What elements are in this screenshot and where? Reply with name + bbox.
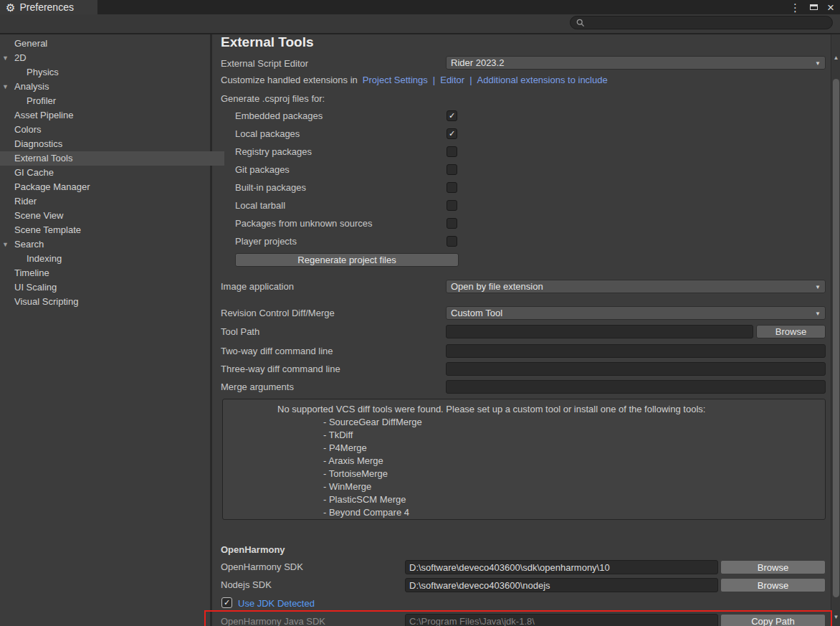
csproj-checkbox-git-packages[interactable] bbox=[447, 164, 457, 175]
regenerate-project-files-button[interactable]: Regenerate project files bbox=[235, 253, 459, 267]
revision-control-value: Custom Tool bbox=[451, 308, 502, 318]
sidebar-item-timeline[interactable]: Timeline bbox=[0, 266, 224, 280]
sidebar-item-profiler[interactable]: Profiler bbox=[0, 94, 237, 108]
vertical-scrollbar[interactable]: ▲ ▼ bbox=[831, 34, 840, 626]
copy-path-button[interactable]: Copy Path bbox=[720, 614, 826, 626]
csproj-item-label-packages-from-unknown-sources: Packages from unknown sources bbox=[235, 217, 372, 229]
vcs-help-message: No supported VCS diff tools were found. … bbox=[223, 403, 825, 416]
merge-arguments-input[interactable] bbox=[446, 380, 826, 394]
nodejs-sdk-input[interactable] bbox=[405, 578, 718, 592]
extensions-row: Customize handled extensions in Project … bbox=[221, 74, 608, 86]
sidebar-item-gi-cache[interactable]: GI Cache bbox=[0, 166, 224, 180]
csproj-checkbox-built-in-packages[interactable] bbox=[447, 182, 457, 193]
tool-path-browse-button[interactable]: Browse bbox=[756, 325, 826, 338]
kebab-menu-icon[interactable]: ⋮ bbox=[790, 2, 801, 13]
csproj-checkbox-registry-packages[interactable] bbox=[447, 146, 457, 157]
openharmony-sdk-browse-button[interactable]: Browse bbox=[720, 560, 826, 574]
vcs-tool-item: - WinMerge bbox=[223, 480, 825, 493]
csproj-item-label-local-tarball: Local tarball bbox=[235, 199, 285, 212]
image-application-value: Open by file extension bbox=[451, 281, 543, 292]
tool-path-label: Tool Path bbox=[221, 326, 259, 338]
three-way-diff-input[interactable] bbox=[446, 362, 826, 376]
vcs-help-box: No supported VCS diff tools were found. … bbox=[222, 399, 826, 520]
search-box[interactable] bbox=[570, 16, 833, 29]
preferences-tab[interactable]: ⚙ Preferences bbox=[0, 0, 97, 14]
gear-icon: ⚙ bbox=[6, 2, 15, 13]
sidebar-item-colors[interactable]: Colors bbox=[0, 123, 224, 137]
sidebar-item-package-manager[interactable]: Package Manager bbox=[0, 180, 224, 194]
chevron-down-icon: ▼ bbox=[815, 60, 821, 66]
sidebar-item-scene-view[interactable]: Scene View bbox=[0, 209, 224, 223]
sidebar-item-external-tools[interactable]: External Tools bbox=[0, 151, 224, 166]
two-way-diff-label: Two-way diff command line bbox=[221, 345, 333, 357]
link-separator: | bbox=[433, 75, 435, 85]
sidebar-item-indexing[interactable]: Indexing bbox=[0, 252, 237, 266]
vcs-tool-item: - TkDiff bbox=[223, 429, 825, 442]
sidebar-item-visual-scripting[interactable]: Visual Scripting bbox=[0, 295, 224, 309]
scroll-up-icon[interactable]: ▲ bbox=[831, 54, 840, 61]
extensions-label: Customize handled extensions in bbox=[221, 75, 358, 85]
csproj-item-label-local-packages: Local packages bbox=[235, 128, 300, 140]
revision-control-label: Revision Control Diff/Merge bbox=[221, 307, 335, 319]
nodejs-sdk-browse-button[interactable]: Browse bbox=[720, 578, 826, 592]
csproj-checkbox-embedded-packages[interactable]: ✓ bbox=[447, 110, 457, 121]
page-title: External Tools bbox=[221, 34, 314, 50]
link-editor[interactable]: Editor bbox=[440, 75, 464, 85]
csproj-checkbox-player-projects[interactable] bbox=[447, 236, 457, 247]
csproj-item-label-git-packages: Git packages bbox=[235, 163, 290, 176]
link-project-settings[interactable]: Project Settings bbox=[363, 75, 428, 85]
link-additional-extensions[interactable]: Additional extensions to include bbox=[477, 75, 608, 85]
vcs-tool-item: - Araxis Merge bbox=[223, 455, 825, 468]
sidebar-item-ui-scaling[interactable]: UI Scaling bbox=[0, 280, 224, 295]
merge-arguments-label: Merge arguments bbox=[221, 381, 294, 393]
revision-control-dropdown[interactable]: Custom Tool ▼ bbox=[446, 306, 826, 320]
use-jdk-detected-checkbox[interactable]: ✓ bbox=[221, 597, 232, 608]
chevron-down-icon: ▼ bbox=[815, 283, 821, 290]
preferences-window: ⚙ Preferences ⋮ × General▼2DPhysics▼Anal… bbox=[0, 0, 840, 626]
search-icon bbox=[576, 19, 585, 27]
csproj-label: Generate .csproj files for: bbox=[221, 93, 325, 105]
scroll-down-icon[interactable]: ▼ bbox=[831, 614, 840, 620]
csproj-checkbox-local-tarball[interactable] bbox=[447, 200, 457, 211]
expander-icon[interactable]: ▼ bbox=[2, 51, 9, 65]
expander-icon[interactable]: ▼ bbox=[2, 80, 9, 94]
script-editor-value: Rider 2023.2 bbox=[451, 57, 504, 68]
image-application-dropdown[interactable]: Open by file extension ▼ bbox=[446, 280, 826, 293]
maximize-icon[interactable] bbox=[810, 4, 818, 10]
openharmony-java-sdk-label: OpenHarmony Java SDK bbox=[221, 615, 325, 626]
sidebar-item-search[interactable]: ▼Search bbox=[0, 237, 224, 252]
openharmony-java-sdk-input[interactable] bbox=[405, 614, 718, 626]
vcs-tool-item: - PlasticSCM Merge bbox=[223, 493, 825, 506]
vcs-tool-item: - Beyond Compare 4 bbox=[223, 506, 825, 519]
sidebar-item-general[interactable]: General bbox=[0, 37, 224, 51]
link-separator: | bbox=[469, 75, 472, 85]
sidebar-item-asset-pipeline[interactable]: Asset Pipeline bbox=[0, 108, 224, 123]
csproj-checkbox-packages-from-unknown-sources[interactable] bbox=[447, 218, 457, 229]
two-way-diff-input[interactable] bbox=[446, 344, 826, 358]
sidebar-item-physics[interactable]: Physics bbox=[0, 65, 237, 80]
sidebar-item-2d[interactable]: ▼2D bbox=[0, 51, 224, 65]
close-icon[interactable]: × bbox=[827, 1, 834, 14]
sidebar-item-analysis[interactable]: ▼Analysis bbox=[0, 80, 224, 94]
script-editor-dropdown[interactable]: Rider 2023.2 ▼ bbox=[446, 56, 826, 70]
csproj-item-label-registry-packages: Registry packages bbox=[235, 146, 312, 158]
nodejs-sdk-label: Nodejs SDK bbox=[221, 579, 272, 591]
sidebar-item-scene-template[interactable]: Scene Template bbox=[0, 223, 224, 237]
search-input[interactable] bbox=[585, 16, 832, 29]
title-bar: ⚙ Preferences ⋮ × bbox=[0, 0, 840, 14]
vcs-tool-item: - TortoiseMerge bbox=[223, 468, 825, 480]
sidebar: General▼2DPhysics▼AnalysisProfilerAsset … bbox=[0, 34, 212, 626]
vcs-tool-item: - SourceGear DiffMerge bbox=[223, 416, 825, 429]
csproj-checkbox-local-packages[interactable]: ✓ bbox=[447, 128, 457, 139]
window-title: Preferences bbox=[19, 1, 73, 13]
openharmony-heading: OpenHarmony bbox=[221, 544, 285, 556]
sidebar-item-rider[interactable]: Rider bbox=[0, 194, 224, 209]
expander-icon[interactable]: ▼ bbox=[2, 237, 9, 252]
csproj-item-label-embedded-packages: Embedded packages bbox=[235, 110, 323, 122]
openharmony-sdk-input[interactable] bbox=[405, 560, 718, 574]
sidebar-item-diagnostics[interactable]: Diagnostics bbox=[0, 137, 224, 151]
scrollbar-thumb[interactable] bbox=[833, 79, 839, 597]
openharmony-sdk-label: OpenHarmony SDK bbox=[221, 561, 303, 573]
chevron-down-icon: ▼ bbox=[815, 310, 821, 316]
tool-path-input[interactable] bbox=[446, 325, 753, 338]
